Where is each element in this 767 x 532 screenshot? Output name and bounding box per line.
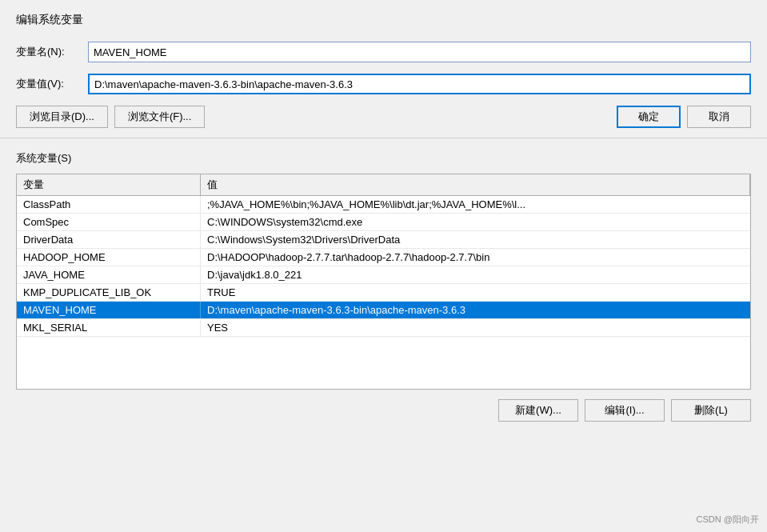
table-cell-name: HADOOP_HOME [17,249,201,266]
variable-name-label: 变量名(N): [16,45,88,59]
table-cell-value: D:\java\jdk1.8.0_221 [201,266,750,283]
variable-name-row: 变量名(N): [16,42,751,62]
table-row[interactable]: MAVEN_HOMED:\maven\apache-maven-3.6.3-bi… [17,302,750,319]
ok-button[interactable]: 确定 [617,106,681,128]
table-row[interactable]: MKL_SERIALYES [17,319,750,337]
table-row[interactable]: DriverDataC:\Windows\System32\Drivers\Dr… [17,231,750,249]
watermark: CSDN @阳向开 [697,514,759,526]
variable-value-row: 变量值(V): [16,74,751,94]
table-cell-value: C:\Windows\System32\Drivers\DriverData [201,231,750,248]
table-cell-value: D:\HADOOP\hadoop-2.7.7.tar\hadoop-2.7.7\… [201,249,750,266]
table-cell-value: C:\WINDOWS\system32\cmd.exe [201,214,750,230]
system-vars-table: 变量 值 ClassPath;%JAVA_HOME%\bin;%JAVA_HOM… [16,174,751,390]
top-section: 编辑系统变量 变量名(N): 变量值(V): 浏览目录(D)... 浏览文件(F… [0,0,767,138]
system-vars-title: 系统变量(S) [16,151,751,166]
edit-button[interactable]: 编辑(I)... [585,399,665,422]
table-header: 变量 值 [17,174,750,196]
variable-name-input[interactable] [88,42,751,62]
new-button[interactable]: 新建(W)... [498,399,578,422]
variable-value-input[interactable] [88,74,751,94]
table-row[interactable]: KMP_DUPLICATE_LIB_OKTRUE [17,284,750,302]
cancel-button[interactable]: 取消 [687,106,751,128]
table-row[interactable]: ClassPath;%JAVA_HOME%\bin;%JAVA_HOME%\li… [17,196,750,214]
table-cell-name: MAVEN_HOME [17,302,201,318]
table-row[interactable]: ComSpecC:\WINDOWS\system32\cmd.exe [17,214,750,231]
table-cell-name: DriverData [17,231,201,248]
col-name-header: 变量 [17,174,201,195]
delete-button[interactable]: 删除(L) [671,399,751,422]
table-cell-value: TRUE [201,284,750,301]
table-cell-value: YES [201,319,750,336]
table-cell-name: ComSpec [17,214,201,230]
browse-file-button[interactable]: 浏览文件(F)... [114,106,205,128]
table-row[interactable]: JAVA_HOMED:\java\jdk1.8.0_221 [17,266,750,284]
table-cell-name: KMP_DUPLICATE_LIB_OK [17,284,201,301]
col-value-header: 值 [201,174,750,195]
table-cell-name: JAVA_HOME [17,266,201,283]
dialog-container: 编辑系统变量 变量名(N): 变量值(V): 浏览目录(D)... 浏览文件(F… [0,0,767,532]
table-body[interactable]: ClassPath;%JAVA_HOME%\bin;%JAVA_HOME%\li… [17,196,750,389]
bottom-button-row: 新建(W)... 编辑(I)... 删除(L) [16,399,751,422]
bottom-section: 系统变量(S) 变量 值 ClassPath;%JAVA_HOME%\bin;%… [0,138,767,433]
table-row[interactable]: HADOOP_HOMED:\HADOOP\hadoop-2.7.7.tar\ha… [17,249,750,266]
table-cell-value: ;%JAVA_HOME%\bin;%JAVA_HOME%\lib\dt.jar;… [201,196,750,213]
table-cell-name: MKL_SERIAL [17,319,201,336]
browse-dir-button[interactable]: 浏览目录(D)... [16,106,108,128]
table-cell-name: ClassPath [17,196,201,213]
table-cell-value: D:\maven\apache-maven-3.6.3-bin\apache-m… [201,302,750,318]
dialog-title: 编辑系统变量 [16,13,751,27]
top-button-row: 浏览目录(D)... 浏览文件(F)... 确定 取消 [16,106,751,128]
variable-value-label: 变量值(V): [16,77,88,91]
